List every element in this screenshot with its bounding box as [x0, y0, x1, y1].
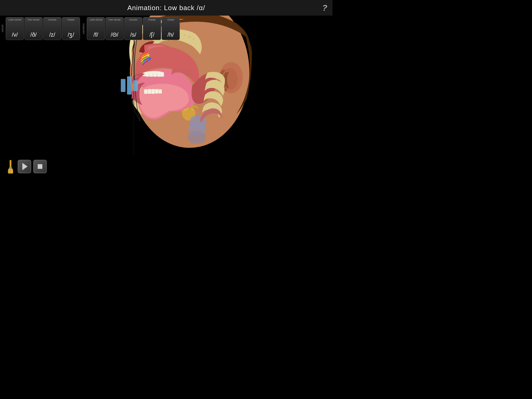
- phoneme-symbol-z: /z/: [49, 32, 55, 38]
- phoneme-btn-s[interactable]: Alveolar /s/: [124, 17, 142, 40]
- svg-rect-14: [149, 72, 153, 77]
- svg-rect-20: [151, 89, 155, 94]
- svg-rect-25: [133, 80, 138, 91]
- phoneme-symbol-eth: /ð/: [30, 32, 37, 38]
- play-button[interactable]: [18, 160, 31, 173]
- help-button[interactable]: ?: [322, 3, 327, 13]
- animation-bar: Animation: Low back /α/ ?: [0, 0, 332, 16]
- svg-point-8: [184, 35, 185, 36]
- svg-rect-27: [9, 167, 12, 169]
- animation-label: Animation: Low back /α/: [127, 4, 205, 12]
- svg-rect-23: [121, 79, 125, 92]
- phoneme-symbol-v: /v/: [12, 32, 18, 38]
- phoneme-btn-zh[interactable]: Palatal /ʒ/: [62, 17, 80, 40]
- phoneme-btn-f[interactable]: Labio-dental /f/: [87, 17, 105, 40]
- phoneme-category-zh: Palatal: [62, 18, 80, 21]
- phoneme-category-theta: Inter-dental: [106, 18, 123, 21]
- phoneme-category-z: Alveolar: [43, 18, 61, 21]
- phoneme-btn-theta[interactable]: Inter-dental /Θ/: [105, 17, 124, 40]
- phoneme-category-v: Labio-dental: [6, 18, 24, 21]
- phoneme-btn-v[interactable]: Labio-dental /v/: [6, 17, 24, 40]
- phoneme-category-h: Glottal: [162, 18, 179, 21]
- play-icon: [22, 163, 28, 170]
- stop-button[interactable]: [33, 160, 47, 173]
- phoneme-category-eth: Inter-dental: [25, 18, 42, 21]
- phoneme-symbol-sh: /ʃ/: [149, 32, 154, 38]
- playback-controls: [5, 159, 47, 174]
- svg-rect-22: [159, 89, 162, 94]
- phoneme-btn-z[interactable]: Alveolar /z/: [43, 17, 61, 40]
- svg-point-10: [193, 38, 194, 40]
- svg-rect-13: [145, 72, 149, 77]
- phoneme-symbol-f: /f/: [94, 32, 98, 38]
- svg-rect-24: [127, 76, 132, 95]
- voiceless-label: voiceless: [81, 16, 86, 42]
- svg-rect-19: [148, 89, 151, 94]
- stop-icon: [38, 164, 42, 169]
- svg-point-9: [189, 36, 191, 38]
- svg-rect-26: [10, 160, 11, 168]
- brush-icon: [5, 159, 16, 174]
- phoneme-category-f: Labio-dental: [87, 18, 105, 21]
- phoneme-symbol-theta: /Θ/: [111, 32, 118, 38]
- phoneme-btn-eth[interactable]: Inter-dental /ð/: [24, 17, 43, 40]
- svg-rect-21: [155, 89, 158, 94]
- svg-rect-18: [144, 89, 148, 94]
- voiceless-phonemes: Labio-dental /f/ Inter-dental /Θ/ Alveol…: [86, 16, 181, 42]
- svg-rect-15: [153, 72, 157, 77]
- phoneme-symbol-s: /s/: [130, 32, 136, 38]
- phoneme-btn-sh[interactable]: Palatal /ʃ/: [143, 17, 161, 40]
- phoneme-category-sh: Palatal: [143, 18, 161, 21]
- phoneme-symbol-zh: /ʒ/: [68, 32, 74, 38]
- phoneme-category-s: Alveolar: [124, 18, 142, 21]
- svg-point-11: [165, 40, 167, 42]
- phoneme-btn-h[interactable]: Glottal /h/: [162, 17, 180, 40]
- phoneme-symbol-h: /h/: [168, 32, 174, 38]
- voiced-label: voiced: [0, 16, 5, 42]
- svg-rect-16: [157, 72, 161, 77]
- svg-rect-17: [161, 72, 164, 77]
